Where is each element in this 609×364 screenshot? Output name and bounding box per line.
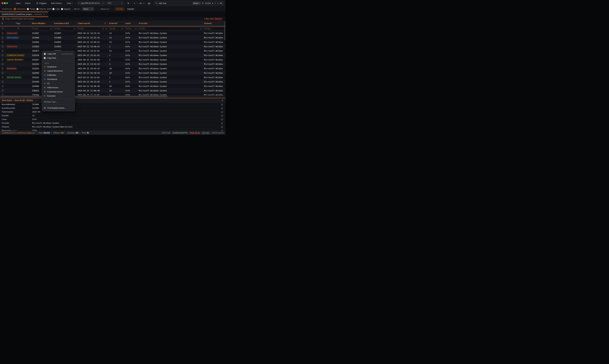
bookmark-icon[interactable]	[2, 59, 3, 61]
search-box[interactable]: cmd.exe Mixed FL 0/222 ▲ ▼ ✕ Rx	[154, 1, 224, 5]
search-prev-button[interactable]: ▲	[212, 2, 213, 4]
bookmark-icon[interactable]	[2, 50, 3, 52]
font-increase-button[interactable]: +	[143, 2, 144, 4]
bookmark-icon[interactable]	[2, 54, 3, 56]
filter-input-level[interactable]: Filter...	[124, 27, 135, 30]
search-next-button[interactable]: ▼	[214, 2, 216, 4]
horizontal-scrollbar-thumb[interactable]	[0, 96, 168, 97]
status-edit-filter-button[interactable]: Edit Filter	[202, 132, 210, 134]
behavior-highlight-button[interactable]: Highlight	[127, 8, 134, 10]
filter-input-channel[interactable]: Filter...	[203, 27, 225, 30]
column-header-eventid[interactable]: EventId	[108, 21, 124, 26]
bookmark-icon[interactable]	[2, 72, 3, 74]
search-fl-toggle[interactable]: FL	[202, 2, 204, 4]
menu-manage-tags[interactable]: Manage Tags...	[42, 100, 75, 104]
traffic-light-zoom[interactable]	[6, 2, 8, 4]
filter-dropdown-icon[interactable]: ▼	[122, 28, 123, 29]
match-mode-select[interactable]: Mixed	[82, 7, 94, 11]
copy-icon[interactable]	[221, 107, 223, 109]
filter-dropdown-icon[interactable]: ▼	[135, 28, 136, 29]
radio-like[interactable]: Like	[53, 6, 60, 12]
row-filter-funnel-icon[interactable]	[2, 28, 4, 30]
tags-filter-funnel-icon[interactable]	[17, 28, 19, 30]
bookmark-icon[interactable]	[2, 81, 3, 83]
tab-active-file[interactable]: 20250822191127_EvtxECmd_Output.... (214,…	[0, 12, 48, 17]
menu-tag-item[interactable]: Execution	[42, 94, 75, 98]
date-format-select[interactable]: yyyy-MM-dd HH:mm:ss	[79, 1, 105, 5]
menu-copy-cell[interactable]: Copy Cell RecordNumber	[42, 52, 75, 56]
flagged-button[interactable]: Flagged	[36, 2, 46, 4]
copy-icon[interactable]	[221, 104, 223, 105]
bookmark-icon[interactable]	[2, 63, 3, 65]
table-row[interactable]: 338023 338023 2025-04-23 11:08:48 10 Inf…	[0, 89, 225, 93]
filter-input-recordnumber[interactable]: Filter...	[31, 27, 50, 30]
bookmark-icon[interactable]	[2, 76, 3, 78]
column-header-recordnumber[interactable]: RecordNumber	[31, 21, 53, 26]
traffic-light-close[interactable]	[1, 2, 3, 4]
radio-fuzzy[interactable]: Fuzzy	[27, 6, 35, 12]
status-clear-all-button[interactable]: Clear All (1)	[190, 132, 200, 134]
table-row[interactable]: 332927 332927 2025-04-22 19:41:01 13 Inf…	[0, 49, 225, 53]
clear-all-filters-button[interactable]: Clear All	[213, 17, 223, 20]
menu-tag-item[interactable]: Persistence	[42, 77, 75, 81]
column-header-tags[interactable]: Tags	[6, 21, 31, 26]
table-row[interactable]: 333262 333262 2025-04-22 19:43:33 1 Info…	[0, 62, 225, 66]
search-clear-button[interactable]: ✕	[217, 2, 219, 4]
bookmark-icon[interactable]	[2, 32, 3, 34]
filter-input-provider[interactable]: Filter...	[138, 27, 200, 30]
copy-icon[interactable]	[221, 111, 223, 113]
table-row[interactable]: Persistence 331608 331608 2025-04-22 19:…	[0, 36, 225, 40]
copy-icon[interactable]	[221, 122, 223, 124]
table-row[interactable]: Credential Access 332928 332928 2025-04-…	[0, 53, 225, 58]
tab-close-icon[interactable]: ✕	[43, 13, 45, 15]
bookmark-icon[interactable]	[2, 67, 3, 70]
radio-equals[interactable]: Equals	[61, 6, 71, 12]
radio-starts-with[interactable]: Starts with	[37, 6, 52, 12]
table-row[interactable]: 333990 333990 2025-04-22 20:10:44 10 Inf…	[0, 71, 225, 75]
filter-dropdown-icon[interactable]: ▼	[106, 28, 107, 29]
menu-tag-item[interactable]: Credential Access	[42, 90, 75, 94]
bookmark-icon[interactable]	[2, 85, 3, 87]
row-detail-close-icon[interactable]: ✕	[222, 99, 223, 101]
menu-find-nearby-events[interactable]: Find Nearby Events...	[42, 105, 75, 110]
table-row[interactable]: 332892 332892 2025-04-22 19:40:52 13 Inf…	[0, 40, 225, 44]
bookmark-icon[interactable]	[2, 90, 3, 92]
column-header-eventrecordid[interactable]: EventRecordId	[53, 21, 76, 26]
bookmark-icon[interactable]	[2, 45, 3, 48]
column-header-channel[interactable]: Channel	[203, 21, 225, 26]
table-row[interactable]: Suspicious 331607 331607 2025-04-22 19:2…	[0, 31, 225, 36]
behavior-filter-button[interactable]: Filter	[115, 7, 124, 11]
bookmark-icon[interactable]	[2, 37, 3, 39]
font-decrease-button[interactable]: –	[137, 2, 138, 4]
column-header-timecreated[interactable]: TimeCreated	[76, 21, 108, 26]
timezone-select[interactable]: UTC	[106, 1, 124, 5]
open-button[interactable]: Open	[16, 2, 21, 4]
table-row[interactable]: Suspicious 332893 332893 2025-04-22 19:4…	[0, 44, 225, 49]
table-row[interactable]: Initial Access 334185 334185 2025-04-22 …	[0, 75, 225, 80]
table-row[interactable]: Lateral Movement 333207 333207 2025-04-2…	[0, 58, 225, 62]
table-row[interactable]: Execution 333263 333263 2025-04-22 19:43…	[0, 66, 225, 71]
bulk-actions-button[interactable]: Bulk Actions	[51, 2, 62, 4]
filter-input-timecreated[interactable]: Filter...	[77, 27, 105, 30]
tools-menu-button[interactable]: Tools ▾	[67, 2, 73, 4]
theme-sun-icon[interactable]	[127, 2, 130, 4]
search-regex-toggle[interactable]: Rx	[220, 2, 222, 4]
radio-contains[interactable]: Contains	[14, 6, 26, 12]
column-header-provider[interactable]: Provider	[137, 21, 203, 26]
vertical-scrollbar-thumb[interactable]	[224, 22, 225, 40]
bookmark-icon[interactable]	[2, 41, 3, 43]
export-button[interactable]: Export	[25, 2, 31, 4]
filter-dropdown-icon[interactable]: ▼	[201, 28, 201, 29]
table-row[interactable]: 334189 334189 2025-04-22 20:22:03 1 Info…	[0, 79, 225, 84]
menu-tag-item[interactable]: Lateral Movement	[42, 69, 75, 73]
filter-dropdown-icon[interactable]: ▼	[74, 28, 75, 29]
copy-icon[interactable]	[221, 115, 223, 117]
column-header-level[interactable]: Level	[124, 21, 137, 26]
traffic-light-minimize[interactable]	[4, 2, 6, 4]
table-row[interactable]: 334466 334466 2025-04-23 10:38:48 10 Inf…	[0, 84, 225, 89]
menu-copy-row[interactable]: Copy Row	[42, 56, 75, 60]
menu-tag-item[interactable]: C2	[42, 81, 75, 85]
copy-icon[interactable]	[221, 118, 223, 120]
filter-dropdown-icon[interactable]: ▼	[51, 28, 52, 29]
search-input[interactable]: cmd.exe	[159, 2, 191, 4]
